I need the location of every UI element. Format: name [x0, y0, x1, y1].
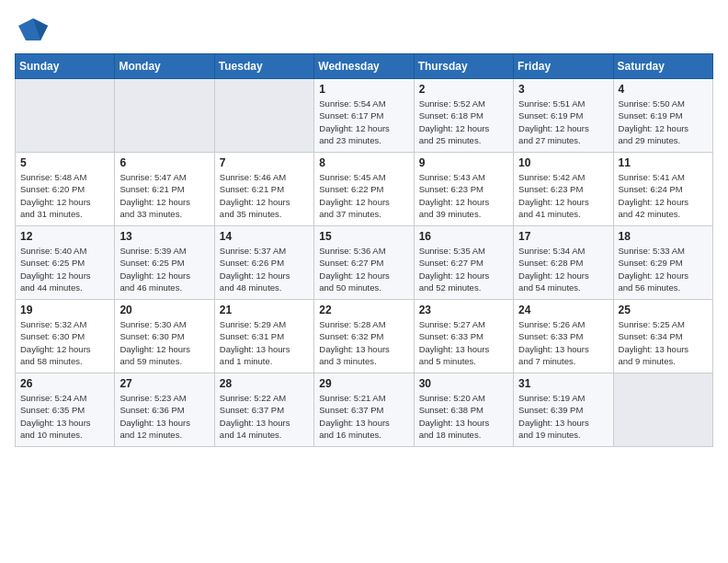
day-number: 15	[319, 230, 408, 243]
calendar-cell: 17Sunrise: 5:34 AMSunset: 6:28 PMDayligh…	[514, 226, 613, 300]
day-number: 3	[518, 83, 608, 96]
col-header-saturday: Saturday	[613, 54, 712, 79]
col-header-friday: Friday	[514, 54, 613, 79]
calendar-cell: 21Sunrise: 5:29 AMSunset: 6:31 PMDayligh…	[214, 300, 313, 373]
calendar-cell	[16, 79, 115, 153]
calendar-cell: 23Sunrise: 5:27 AMSunset: 6:33 PMDayligh…	[414, 300, 513, 373]
day-number: 7	[220, 156, 309, 169]
calendar-cell: 10Sunrise: 5:42 AMSunset: 6:23 PMDayligh…	[514, 153, 613, 226]
day-number: 17	[518, 230, 608, 243]
calendar-cell: 27Sunrise: 5:23 AMSunset: 6:36 PMDayligh…	[115, 373, 214, 447]
day-detail: Sunrise: 5:42 AMSunset: 6:23 PMDaylight:…	[518, 171, 608, 220]
calendar-cell: 25Sunrise: 5:25 AMSunset: 6:34 PMDayligh…	[613, 300, 712, 373]
calendar-cell: 30Sunrise: 5:20 AMSunset: 6:38 PMDayligh…	[414, 373, 513, 447]
calendar-cell: 15Sunrise: 5:36 AMSunset: 6:27 PMDayligh…	[314, 226, 414, 300]
day-detail: Sunrise: 5:37 AMSunset: 6:26 PMDaylight:…	[220, 245, 309, 293]
day-detail: Sunrise: 5:29 AMSunset: 6:31 PMDaylight:…	[220, 318, 309, 367]
calendar-cell: 19Sunrise: 5:32 AMSunset: 6:30 PMDayligh…	[16, 300, 115, 373]
day-detail: Sunrise: 5:45 AMSunset: 6:22 PMDaylight:…	[319, 171, 408, 220]
day-number: 9	[419, 156, 508, 169]
day-detail: Sunrise: 5:28 AMSunset: 6:32 PMDaylight:…	[319, 318, 408, 367]
day-number: 18	[619, 230, 708, 243]
day-number: 8	[319, 156, 408, 169]
day-detail: Sunrise: 5:54 AMSunset: 6:17 PMDaylight:…	[319, 98, 408, 146]
day-number: 24	[518, 304, 608, 316]
col-header-sunday: Sunday	[16, 54, 115, 79]
day-number: 22	[319, 304, 408, 316]
calendar-cell: 18Sunrise: 5:33 AMSunset: 6:29 PMDayligh…	[613, 226, 712, 300]
day-number: 29	[319, 377, 408, 390]
day-detail: Sunrise: 5:30 AMSunset: 6:30 PMDaylight:…	[119, 318, 209, 367]
calendar-table: SundayMondayTuesdayWednesdayThursdayFrid…	[15, 53, 713, 447]
day-number: 20	[119, 304, 209, 316]
day-detail: Sunrise: 5:48 AMSunset: 6:20 PMDaylight:…	[20, 171, 109, 220]
calendar-cell: 28Sunrise: 5:22 AMSunset: 6:37 PMDayligh…	[214, 373, 313, 447]
calendar-cell: 11Sunrise: 5:41 AMSunset: 6:24 PMDayligh…	[613, 153, 712, 226]
calendar-cell: 12Sunrise: 5:40 AMSunset: 6:25 PMDayligh…	[16, 226, 115, 300]
day-detail: Sunrise: 5:33 AMSunset: 6:29 PMDaylight:…	[619, 245, 708, 293]
day-detail: Sunrise: 5:50 AMSunset: 6:19 PMDaylight:…	[619, 98, 708, 146]
calendar-cell: 8Sunrise: 5:45 AMSunset: 6:22 PMDaylight…	[314, 153, 414, 226]
day-detail: Sunrise: 5:51 AMSunset: 6:19 PMDaylight:…	[518, 98, 608, 146]
day-number: 19	[20, 304, 109, 316]
day-number: 23	[419, 304, 508, 316]
day-detail: Sunrise: 5:20 AMSunset: 6:38 PMDaylight:…	[419, 392, 508, 441]
day-detail: Sunrise: 5:26 AMSunset: 6:33 PMDaylight:…	[518, 318, 608, 367]
calendar-cell: 1Sunrise: 5:54 AMSunset: 6:17 PMDaylight…	[314, 79, 414, 153]
calendar-cell: 20Sunrise: 5:30 AMSunset: 6:30 PMDayligh…	[115, 300, 214, 373]
day-number: 11	[619, 156, 708, 169]
day-detail: Sunrise: 5:32 AMSunset: 6:30 PMDaylight:…	[20, 318, 109, 367]
day-number: 28	[220, 377, 309, 390]
day-number: 4	[619, 83, 708, 96]
calendar-cell: 24Sunrise: 5:26 AMSunset: 6:33 PMDayligh…	[514, 300, 613, 373]
calendar-cell: 4Sunrise: 5:50 AMSunset: 6:19 PMDaylight…	[613, 79, 712, 153]
col-header-monday: Monday	[115, 54, 214, 79]
day-number: 31	[518, 377, 608, 390]
calendar-cell: 9Sunrise: 5:43 AMSunset: 6:23 PMDaylight…	[414, 153, 513, 226]
logo	[15, 15, 48, 44]
day-number: 25	[619, 304, 708, 316]
day-detail: Sunrise: 5:46 AMSunset: 6:21 PMDaylight:…	[220, 171, 309, 220]
day-detail: Sunrise: 5:39 AMSunset: 6:25 PMDaylight:…	[119, 245, 209, 293]
day-number: 27	[119, 377, 209, 390]
day-detail: Sunrise: 5:35 AMSunset: 6:27 PMDaylight:…	[419, 245, 508, 293]
day-detail: Sunrise: 5:24 AMSunset: 6:35 PMDaylight:…	[20, 392, 109, 441]
day-number: 2	[419, 83, 508, 96]
calendar-cell: 14Sunrise: 5:37 AMSunset: 6:26 PMDayligh…	[214, 226, 313, 300]
calendar-cell: 26Sunrise: 5:24 AMSunset: 6:35 PMDayligh…	[16, 373, 115, 447]
day-detail: Sunrise: 5:43 AMSunset: 6:23 PMDaylight:…	[419, 171, 508, 220]
calendar-cell: 6Sunrise: 5:47 AMSunset: 6:21 PMDaylight…	[115, 153, 214, 226]
day-detail: Sunrise: 5:27 AMSunset: 6:33 PMDaylight:…	[419, 318, 508, 367]
day-detail: Sunrise: 5:47 AMSunset: 6:21 PMDaylight:…	[119, 171, 209, 220]
calendar-cell: 5Sunrise: 5:48 AMSunset: 6:20 PMDaylight…	[16, 153, 115, 226]
calendar-cell: 31Sunrise: 5:19 AMSunset: 6:39 PMDayligh…	[514, 373, 613, 447]
calendar-cell: 7Sunrise: 5:46 AMSunset: 6:21 PMDaylight…	[214, 153, 313, 226]
day-number: 14	[220, 230, 309, 243]
calendar-cell: 13Sunrise: 5:39 AMSunset: 6:25 PMDayligh…	[115, 226, 214, 300]
calendar-cell: 22Sunrise: 5:28 AMSunset: 6:32 PMDayligh…	[314, 300, 414, 373]
day-detail: Sunrise: 5:25 AMSunset: 6:34 PMDaylight:…	[619, 318, 708, 367]
logo-icon	[18, 15, 48, 44]
day-number: 13	[119, 230, 209, 243]
day-detail: Sunrise: 5:52 AMSunset: 6:18 PMDaylight:…	[419, 98, 508, 146]
day-number: 1	[319, 83, 408, 96]
calendar-cell: 29Sunrise: 5:21 AMSunset: 6:37 PMDayligh…	[314, 373, 414, 447]
day-number: 26	[20, 377, 109, 390]
calendar-cell: 2Sunrise: 5:52 AMSunset: 6:18 PMDaylight…	[414, 79, 513, 153]
day-detail: Sunrise: 5:34 AMSunset: 6:28 PMDaylight:…	[518, 245, 608, 293]
calendar-cell	[115, 79, 214, 153]
day-number: 21	[220, 304, 309, 316]
day-number: 6	[119, 156, 209, 169]
day-detail: Sunrise: 5:40 AMSunset: 6:25 PMDaylight:…	[20, 245, 109, 293]
day-detail: Sunrise: 5:36 AMSunset: 6:27 PMDaylight:…	[319, 245, 408, 293]
day-detail: Sunrise: 5:19 AMSunset: 6:39 PMDaylight:…	[518, 392, 608, 441]
col-header-thursday: Thursday	[414, 54, 513, 79]
calendar-cell	[613, 373, 712, 447]
page-header	[15, 15, 713, 44]
day-number: 5	[20, 156, 109, 169]
col-header-tuesday: Tuesday	[214, 54, 313, 79]
col-header-wednesday: Wednesday	[314, 54, 414, 79]
day-detail: Sunrise: 5:41 AMSunset: 6:24 PMDaylight:…	[619, 171, 708, 220]
calendar-cell	[214, 79, 313, 153]
day-number: 10	[518, 156, 608, 169]
